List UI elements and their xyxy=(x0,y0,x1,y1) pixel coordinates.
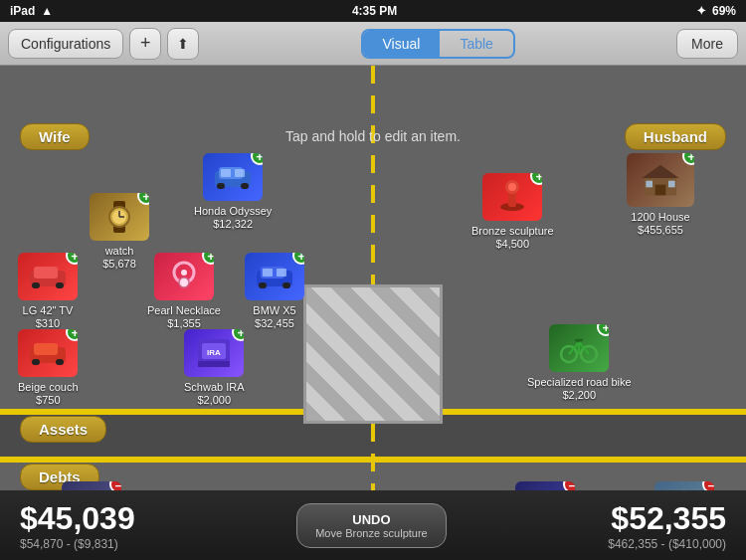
list-item[interactable]: + Pearl Necklace $1,355 xyxy=(147,253,221,329)
list-item[interactable]: + Bronze sculpture $4,500 xyxy=(471,173,554,250)
svg-rect-27 xyxy=(56,359,64,365)
wife-detail: $54,870 - ($9,831) xyxy=(20,537,118,551)
list-item[interactable]: + watch $5,678 xyxy=(90,193,149,270)
svg-rect-22 xyxy=(263,269,273,277)
husband-total: $52,355 xyxy=(611,500,726,537)
svg-rect-5 xyxy=(235,169,245,177)
svg-rect-12 xyxy=(34,267,58,279)
item-name: Specialized road bike xyxy=(527,375,632,389)
wife-label: Wife xyxy=(20,123,90,150)
list-item[interactable]: + BMW X5 $32,455 xyxy=(245,253,304,329)
toolbar: Configurations + ⬆ Visual Table More xyxy=(0,22,746,66)
item-value: $455,655 xyxy=(638,224,683,236)
item-name: Honda Odyssey xyxy=(194,204,272,218)
svg-rect-2 xyxy=(217,183,225,189)
share-button[interactable]: ⬆ xyxy=(167,28,199,60)
svg-rect-40 xyxy=(668,181,675,188)
table-tab[interactable]: Table xyxy=(440,31,512,57)
wife-total: $45,039 xyxy=(20,500,135,537)
more-button[interactable]: More xyxy=(676,29,738,59)
bluetooth-icon: ✦ xyxy=(696,4,706,18)
svg-rect-20 xyxy=(259,282,267,288)
svg-rect-23 xyxy=(277,269,286,277)
item-name: LG 42" TV xyxy=(23,303,74,317)
item-name: Beige couch xyxy=(18,380,79,394)
item-value: $1,355 xyxy=(167,317,201,329)
view-toggle: Visual Table xyxy=(361,29,515,59)
wife-summary: $45,039 $54,870 - ($9,831) xyxy=(20,500,135,551)
undo-label: UNDO xyxy=(315,512,428,527)
svg-rect-38 xyxy=(655,185,666,196)
item-name: Pearl Necklace xyxy=(147,303,221,317)
list-item[interactable]: + 1200 House $455,655 xyxy=(627,153,694,236)
svg-rect-25 xyxy=(34,343,58,355)
item-name: Schwab IRA xyxy=(184,380,245,394)
battery-label: 69% xyxy=(712,4,736,18)
item-value: $2,200 xyxy=(562,389,596,401)
item-value: $750 xyxy=(36,394,60,406)
item-name: watch xyxy=(105,244,134,258)
svg-point-17 xyxy=(181,270,187,276)
main-canvas: Wife Husband Assets Debts Tap and hold t… xyxy=(0,66,746,560)
svg-point-16 xyxy=(179,278,189,287)
item-value: $12,322 xyxy=(213,218,253,230)
svg-rect-39 xyxy=(646,181,653,188)
item-value: $310 xyxy=(36,317,60,329)
list-item[interactable]: + Specialized road bike $2,200 xyxy=(527,324,632,401)
svg-rect-13 xyxy=(32,282,40,288)
list-item[interactable]: + Beige couch $750 xyxy=(18,329,79,406)
svg-line-47 xyxy=(577,340,579,342)
add-button[interactable]: + xyxy=(129,28,161,60)
status-bar: iPad ▲ 4:35 PM ✦ 69% xyxy=(0,0,746,22)
svg-rect-4 xyxy=(221,169,231,177)
hint-text: Tap and hold to edit an item. xyxy=(285,128,461,144)
item-name: 1200 House xyxy=(631,210,689,224)
svg-marker-36 xyxy=(642,165,678,178)
svg-rect-31 xyxy=(198,361,230,367)
visual-tab[interactable]: Visual xyxy=(363,31,441,57)
list-item[interactable]: + LG 42" TV $310 xyxy=(18,253,78,329)
svg-rect-3 xyxy=(241,183,249,189)
list-item[interactable]: + Honda Odyssey $12,322 xyxy=(194,153,272,230)
svg-rect-26 xyxy=(32,359,40,365)
item-name: BMW X5 xyxy=(253,303,295,317)
undo-action: Move Bronze sculpture xyxy=(315,527,428,539)
svg-rect-14 xyxy=(56,282,64,288)
svg-point-35 xyxy=(508,183,516,191)
time-label: 4:35 PM xyxy=(352,4,397,18)
item-name: Bronze sculpture xyxy=(471,224,554,238)
svg-rect-21 xyxy=(282,282,290,288)
intersection-box xyxy=(303,284,443,424)
item-value: $32,455 xyxy=(255,317,294,329)
svg-text:IRA: IRA xyxy=(207,348,221,357)
list-item[interactable]: IRA + Schwab IRA $2,000 xyxy=(184,329,245,406)
assets-label: Assets xyxy=(20,416,106,443)
husband-summary: $52,355 $462,355 - ($410,000) xyxy=(608,500,726,551)
husband-label: Husband xyxy=(625,123,726,150)
summary-bar: $45,039 $54,870 - ($9,831) UNDO Move Bro… xyxy=(0,490,746,560)
item-value: $2,000 xyxy=(197,394,231,406)
husband-detail: $462,355 - ($410,000) xyxy=(608,537,726,551)
wifi-icon: ▲ xyxy=(41,4,53,18)
item-value: $5,678 xyxy=(102,258,136,270)
add-badge: + xyxy=(682,153,694,165)
carrier-label: iPad xyxy=(10,4,35,18)
item-value: $4,500 xyxy=(495,238,529,250)
configurations-button[interactable]: Configurations xyxy=(8,29,123,59)
undo-button[interactable]: UNDO Move Bronze sculpture xyxy=(296,503,447,548)
